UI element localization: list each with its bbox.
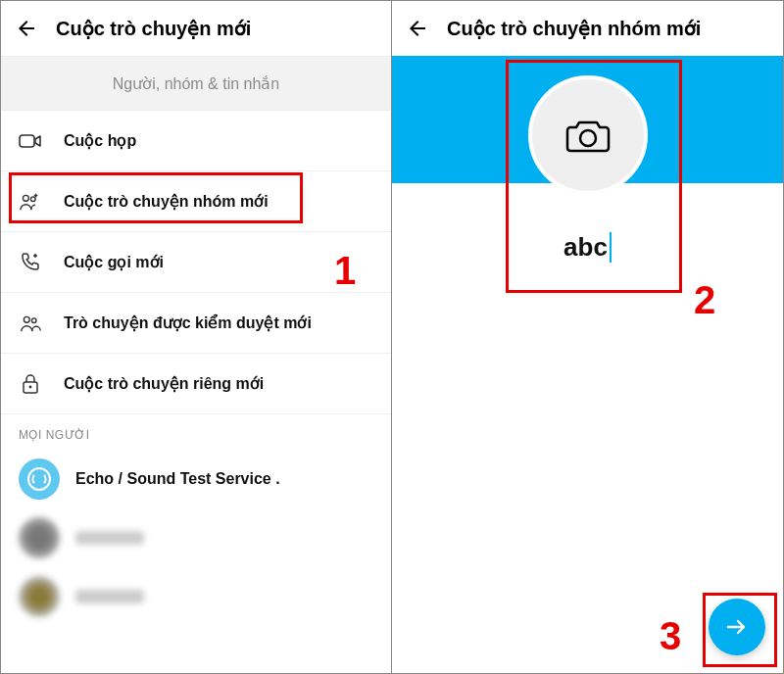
svg-point-2	[30, 196, 35, 201]
video-icon	[19, 129, 42, 153]
svg-point-4	[31, 317, 36, 322]
group-name-value: abc	[564, 232, 608, 262]
camera-icon	[565, 116, 611, 155]
group-avatar-button[interactable]	[528, 75, 648, 195]
svg-point-3	[24, 316, 29, 322]
new-group-panel: Cuộc trò chuyện nhóm mới abc 2 3	[392, 1, 783, 673]
arrow-left-icon	[15, 17, 38, 40]
menu-new-group-chat[interactable]: Cuộc trò chuyện nhóm mới	[1, 171, 391, 232]
menu-new-group-label: Cuộc trò chuyện nhóm mới	[64, 192, 269, 211]
contact-name-blurred	[75, 590, 144, 603]
menu-private-chat[interactable]: Cuộc trò chuyện riêng mới	[1, 354, 391, 414]
svg-point-7	[28, 468, 50, 490]
contact-echo-name: Echo / Sound Test Service .	[75, 470, 280, 488]
search-input[interactable]: Người, nhóm & tin nhắn	[1, 56, 391, 111]
new-chat-panel: Cuộc trò chuyện mới Người, nhóm & tin nh…	[1, 1, 392, 673]
lock-icon	[19, 372, 42, 396]
search-placeholder: Người, nhóm & tin nhắn	[113, 74, 280, 93]
arrow-right-icon	[724, 614, 750, 640]
contact-blurred-1[interactable]	[1, 508, 391, 567]
back-button[interactable]	[406, 17, 429, 40]
svg-point-6	[29, 385, 32, 388]
group-add-icon	[19, 190, 42, 214]
menu-private-label: Cuộc trò chuyện riêng mới	[64, 374, 264, 393]
contact-name-blurred	[75, 531, 144, 545]
menu-moderated-label: Trò chuyện được kiểm duyệt mới	[64, 313, 312, 332]
step-number-3: 3	[660, 614, 681, 658]
avatar-echo	[19, 458, 60, 500]
menu-meeting-label: Cuộc họp	[64, 131, 136, 150]
menu-new-call-label: Cuộc gọi mới	[64, 253, 164, 271]
menu-moderated-chat[interactable]: Trò chuyện được kiểm duyệt mới	[1, 293, 391, 354]
step-number-2: 2	[694, 278, 715, 322]
avatar-blurred	[19, 576, 60, 617]
back-button[interactable]	[15, 17, 38, 40]
phone-add-icon	[19, 251, 42, 274]
svg-rect-0	[20, 135, 34, 147]
menu-new-call[interactable]: Cuộc gọi mới	[1, 232, 391, 293]
next-button[interactable]	[709, 599, 765, 655]
svg-point-8	[580, 130, 596, 146]
contact-blurred-2[interactable]	[1, 567, 391, 626]
header-left: Cuộc trò chuyện mới	[1, 1, 391, 56]
page-title: Cuộc trò chuyện mới	[56, 17, 251, 40]
menu-list: Cuộc họp Cuộc trò chuyện nhóm mới Cuộc g…	[1, 111, 391, 414]
arrow-left-icon	[406, 17, 429, 40]
section-people-label: MỌI NGƯỜI	[1, 414, 391, 450]
page-title: Cuộc trò chuyện nhóm mới	[447, 17, 701, 40]
avatar-blurred	[19, 517, 60, 558]
contact-echo[interactable]: Echo / Sound Test Service .	[1, 450, 391, 508]
group-icon	[19, 312, 42, 335]
svg-point-1	[23, 195, 28, 201]
header-right: Cuộc trò chuyện nhóm mới	[392, 1, 783, 56]
menu-meeting[interactable]: Cuộc họp	[1, 111, 391, 171]
avatar-section: abc	[528, 75, 648, 263]
group-name-input[interactable]: abc	[564, 232, 612, 263]
